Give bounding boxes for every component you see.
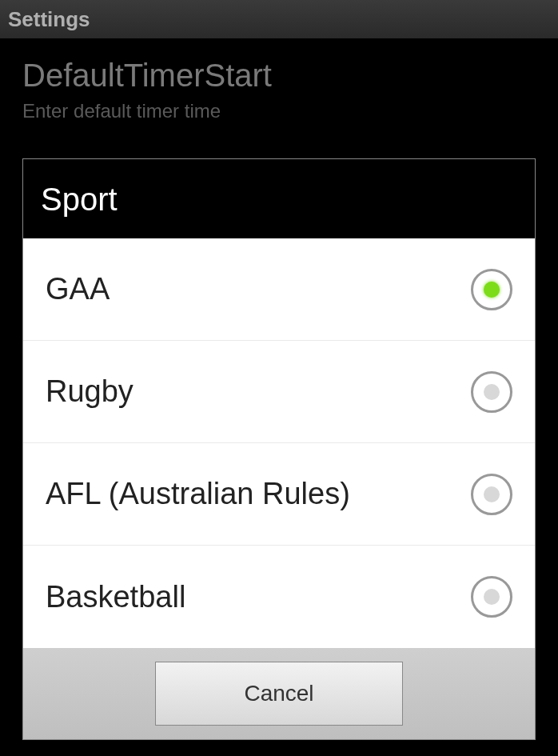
dialog-overlay: Sport GAA Rugby AFL (Australian Rules) <box>0 0 558 756</box>
option-label: Rugby <box>46 374 134 409</box>
radio-icon <box>471 371 512 413</box>
option-label: AFL (Australian Rules) <box>46 477 350 511</box>
dialog-option-rugby[interactable]: Rugby <box>23 341 535 443</box>
cancel-button[interactable]: Cancel <box>155 662 403 726</box>
dialog-footer: Cancel <box>23 648 535 739</box>
radio-icon <box>471 269 512 310</box>
dialog-option-gaa[interactable]: GAA <box>23 238 535 341</box>
radio-inner <box>484 589 500 605</box>
dialog-option-basketball[interactable]: Basketball <box>23 546 535 648</box>
radio-inner-selected <box>484 282 500 298</box>
dialog-option-afl[interactable]: AFL (Australian Rules) <box>23 443 535 546</box>
radio-icon <box>471 474 512 515</box>
radio-icon <box>471 576 512 618</box>
radio-inner <box>484 486 500 502</box>
sport-dialog: Sport GAA Rugby AFL (Australian Rules) <box>22 158 536 740</box>
dialog-option-list: GAA Rugby AFL (Australian Rules) Basketb… <box>23 238 535 648</box>
dialog-title: Sport <box>41 182 517 218</box>
option-label: Basketball <box>46 580 185 614</box>
option-label: GAA <box>46 272 110 306</box>
dialog-header: Sport <box>23 159 535 238</box>
radio-inner <box>484 384 500 400</box>
